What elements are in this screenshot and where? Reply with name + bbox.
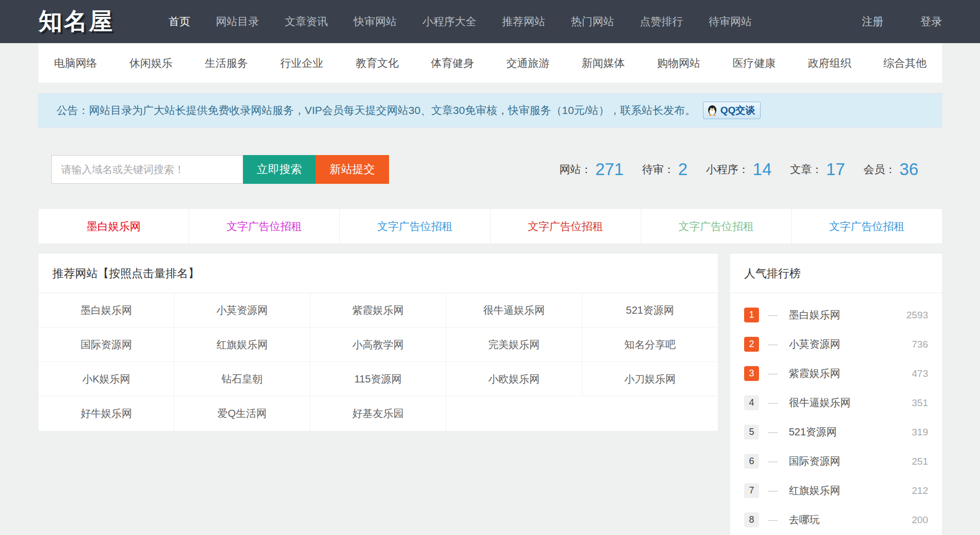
- recommended-site-link[interactable]: 小K娱乐网: [39, 362, 174, 396]
- recommended-site-link[interactable]: 小莫资源网: [174, 293, 310, 328]
- recommended-site-link[interactable]: 好基友乐园: [310, 396, 446, 431]
- rank-badge: 3: [744, 366, 759, 381]
- stat-label: 文章：: [790, 162, 823, 177]
- rank-count: 351: [912, 397, 928, 409]
- rank-row: 2 — 小莫资源网 736: [744, 330, 928, 359]
- category-news-media[interactable]: 新闻媒体: [582, 56, 625, 70]
- qq-chat-label: QQ交谈: [720, 104, 755, 117]
- recommended-site-link[interactable]: 完美娱乐网: [446, 328, 582, 362]
- rank-row: 4 — 很牛逼娱乐网 351: [744, 388, 928, 417]
- announcement-bar: 公告：网站目录为广大站长提供免费收录网站服务，VIP会员每天提交网站30、文章3…: [39, 93, 942, 127]
- nav-item-mini-programs[interactable]: 小程序大全: [418, 14, 480, 29]
- rank-row: 8 — 去哪玩 200: [744, 505, 928, 534]
- stat-value: 14: [753, 160, 772, 179]
- recommended-site-link[interactable]: 紫霞娱乐网: [310, 293, 446, 328]
- announcement-text: 公告：网站目录为广大站长提供免费收录网站服务，VIP会员每天提交网站30、文章3…: [57, 103, 696, 118]
- submit-site-button[interactable]: 新站提交: [316, 155, 389, 184]
- recommended-sites-panel: 推荐网站【按照点击量排名】 墨白娱乐网 小莫资源网 紫霞娱乐网 很牛逼娱乐网 5…: [39, 254, 718, 431]
- rank-badge: 4: [744, 395, 759, 410]
- rank-site-link[interactable]: 国际资源网: [789, 454, 840, 468]
- rank-dash: —: [768, 397, 778, 408]
- nav-item-site-directory[interactable]: 网站目录: [212, 14, 263, 29]
- recommended-site-link[interactable]: 521资源网: [582, 293, 718, 328]
- category-shopping-sites[interactable]: 购物网站: [657, 56, 700, 70]
- ranking-panel-title: 人气排行榜: [730, 254, 942, 293]
- ad-link[interactable]: 文字广告位招租: [792, 209, 942, 243]
- rank-count: 212: [912, 485, 928, 496]
- ad-link[interactable]: 文字广告位招租: [340, 209, 490, 243]
- rank-site-link[interactable]: 红旗娱乐网: [789, 484, 840, 498]
- recommended-site-link[interactable]: 很牛逼娱乐网: [446, 293, 582, 328]
- category-medical-health[interactable]: 医疗健康: [732, 56, 775, 70]
- category-life-services[interactable]: 生活服务: [205, 56, 248, 70]
- stat-members: 会员： 36: [863, 160, 918, 179]
- category-industry-enterprise[interactable]: 行业企业: [280, 56, 323, 70]
- qq-chat-button[interactable]: QQ交谈: [703, 102, 761, 119]
- search-button[interactable]: 立即搜索: [243, 155, 316, 184]
- rank-row: 1 — 墨白娱乐网 2593: [744, 300, 928, 330]
- search-input[interactable]: [51, 155, 243, 184]
- recommended-site-link[interactable]: 好牛娱乐网: [39, 396, 174, 431]
- rank-dash: —: [768, 456, 778, 467]
- nav-item-articles[interactable]: 文章资讯: [281, 14, 332, 29]
- rank-site-link[interactable]: 紫霞娱乐网: [789, 367, 840, 380]
- recommended-site-link[interactable]: 小高教学网: [310, 328, 446, 362]
- recommended-site-link[interactable]: 国际资源网: [39, 328, 174, 362]
- rank-badge: 8: [744, 512, 759, 527]
- rank-site-link[interactable]: 小莫资源网: [789, 337, 840, 351]
- rank-count: 473: [912, 368, 928, 379]
- rank-row: 5 — 521资源网 319: [744, 417, 928, 447]
- category-government-org[interactable]: 政府组织: [808, 56, 851, 70]
- main-nav: 首页 网站目录 文章资讯 快审网站 小程序大全 推荐网站 热门网站 点赞排行 待…: [164, 14, 773, 29]
- nav-item-fast-review-sites[interactable]: 快审网站: [349, 14, 401, 29]
- nav-item-likes-ranking[interactable]: 点赞排行: [636, 14, 687, 29]
- login-link[interactable]: 登录: [920, 14, 942, 29]
- recommended-site-link[interactable]: 钻石皇朝: [174, 362, 310, 396]
- rank-badge: 6: [744, 454, 759, 469]
- recommended-site-link[interactable]: 小刀娱乐网: [582, 362, 718, 396]
- recommended-site-link[interactable]: 红旗娱乐网: [174, 328, 310, 362]
- rank-site-link[interactable]: 去哪玩: [789, 513, 820, 527]
- nav-item-pending-sites[interactable]: 待审网站: [705, 14, 756, 29]
- rank-dash: —: [768, 310, 778, 320]
- recommended-site-link[interactable]: 爱Q生活网: [174, 396, 310, 431]
- nav-item-home[interactable]: 首页: [164, 14, 194, 29]
- recommended-site-link[interactable]: 小欧娱乐网: [446, 362, 582, 396]
- rank-site-link[interactable]: 521资源网: [789, 425, 837, 439]
- category-misc-other[interactable]: 综合其他: [883, 56, 927, 70]
- rank-row: 6 — 国际资源网 251: [744, 447, 928, 476]
- recommended-sites-grid: 墨白娱乐网 小莫资源网 紫霞娱乐网 很牛逼娱乐网 521资源网 国际资源网 红旗…: [39, 293, 718, 431]
- category-computer-network[interactable]: 电脑网络: [54, 56, 97, 70]
- recommended-site-link[interactable]: 知名分享吧: [582, 328, 718, 362]
- rank-row: 7 — 红旗娱乐网 212: [744, 476, 928, 505]
- auth-links: 注册 登录: [825, 14, 942, 29]
- nav-item-recommended-sites[interactable]: 推荐网站: [498, 14, 549, 29]
- recommended-site-link[interactable]: 115资源网: [310, 362, 446, 396]
- empty-cell: [446, 396, 582, 431]
- main-content: 推荐网站【按照点击量排名】 墨白娱乐网 小莫资源网 紫霞娱乐网 很牛逼娱乐网 5…: [39, 254, 942, 535]
- stat-label: 待审：: [642, 162, 674, 177]
- empty-cell: [582, 396, 718, 431]
- nav-item-hot-sites[interactable]: 热门网站: [567, 14, 618, 29]
- stat-mini-programs: 小程序： 14: [706, 160, 772, 179]
- ad-link[interactable]: 文字广告位招租: [491, 209, 641, 243]
- ad-link[interactable]: 文字广告位招租: [189, 209, 340, 243]
- stat-label: 会员：: [863, 162, 896, 177]
- register-link[interactable]: 注册: [862, 14, 883, 29]
- ad-link[interactable]: 墨白娱乐网: [39, 209, 189, 243]
- stat-value: 36: [899, 160, 918, 179]
- ad-link[interactable]: 文字广告位招租: [641, 209, 792, 243]
- text-ad-row: 墨白娱乐网 文字广告位招租 文字广告位招租 文字广告位招租 文字广告位招租 文字…: [39, 209, 942, 243]
- rank-site-link[interactable]: 很牛逼娱乐网: [789, 396, 850, 410]
- rank-dash: —: [768, 368, 778, 379]
- ranking-list: 1 — 墨白娱乐网 2593 2 — 小莫资源网 736 3 — 紫霞娱乐网 4…: [730, 293, 942, 534]
- stat-label: 网站：: [559, 162, 591, 177]
- category-education-culture[interactable]: 教育文化: [356, 56, 399, 70]
- recommended-site-link[interactable]: 墨白娱乐网: [39, 293, 174, 328]
- rank-row: 3 — 紫霞娱乐网 473: [744, 359, 928, 388]
- category-transport-travel[interactable]: 交通旅游: [506, 56, 549, 70]
- rank-site-link[interactable]: 墨白娱乐网: [789, 308, 840, 322]
- category-leisure-entertainment[interactable]: 休闲娱乐: [130, 56, 173, 70]
- site-logo[interactable]: 知名屋: [39, 6, 114, 37]
- category-sports-fitness[interactable]: 体育健身: [431, 56, 474, 70]
